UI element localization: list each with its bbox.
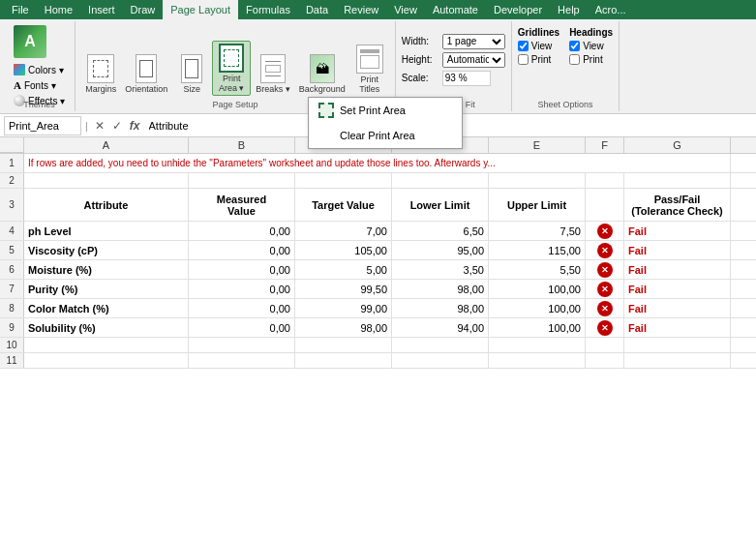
cell-e8[interactable]: 100,00 <box>489 299 586 317</box>
tab-insert[interactable]: Insert <box>80 0 123 19</box>
cell-f11[interactable] <box>586 353 624 368</box>
gridlines-view-check[interactable]: View <box>518 41 559 51</box>
cell-a5[interactable]: Viscosity (cP) <box>24 241 189 259</box>
gridlines-print-check[interactable]: Print <box>518 54 559 65</box>
cell-f10[interactable] <box>586 338 624 352</box>
cell-g10[interactable] <box>624 338 731 352</box>
cell-f4[interactable]: ✕ <box>586 222 624 240</box>
cell-a9[interactable]: Solubility (%) <box>24 318 189 337</box>
tab-acrobat[interactable]: Acro... <box>588 0 634 19</box>
print-titles-button[interactable]: PrintTitles <box>350 43 389 96</box>
scale-input[interactable] <box>442 71 491 86</box>
tab-formulas[interactable]: Formulas <box>238 0 298 19</box>
orientation-button[interactable]: Orientation <box>121 52 171 96</box>
cell-d4[interactable]: 6,50 <box>392 222 489 240</box>
print-area-button[interactable]: PrintArea ▾ <box>212 41 251 96</box>
cell-a2[interactable] <box>24 173 189 188</box>
col-header-g[interactable]: G <box>624 137 731 153</box>
tab-file[interactable]: File <box>4 0 37 19</box>
cell-d6[interactable]: 3,50 <box>392 260 489 279</box>
cell-d7[interactable]: 98,00 <box>392 280 489 298</box>
cell-c3[interactable]: Target Value <box>295 189 392 221</box>
cell-e6[interactable]: 5,50 <box>489 260 586 279</box>
height-select[interactable]: Automatic <box>442 52 505 68</box>
tab-review[interactable]: Review <box>336 0 386 19</box>
tab-automate[interactable]: Automate <box>425 0 486 19</box>
cell-e9[interactable]: 100,00 <box>489 318 586 337</box>
cell-f9[interactable]: ✕ <box>586 318 624 337</box>
cell-f7[interactable]: ✕ <box>586 280 624 298</box>
set-print-area-item[interactable]: Set Print Area <box>309 98 462 123</box>
cell-a1[interactable]: If rows are added, you need to unhide th… <box>24 154 731 172</box>
cell-f6[interactable]: ✕ <box>586 260 624 279</box>
cell-b9[interactable]: 0,00 <box>189 318 295 337</box>
col-header-b[interactable]: B <box>189 137 295 153</box>
cell-c11[interactable] <box>295 353 392 368</box>
cell-c9[interactable]: 98,00 <box>295 318 392 337</box>
size-button[interactable]: Size <box>172 52 211 96</box>
cell-e5[interactable]: 115,00 <box>489 241 586 259</box>
cell-e11[interactable] <box>489 353 586 368</box>
cell-g5[interactable]: Fail <box>624 241 731 259</box>
breaks-button[interactable]: Breaks ▾ <box>252 52 294 96</box>
tab-help[interactable]: Help <box>550 0 588 19</box>
colors-button[interactable]: Colors ▾ <box>10 63 68 76</box>
cell-b6[interactable]: 0,00 <box>189 260 295 279</box>
cell-g11[interactable] <box>624 353 731 368</box>
margins-button[interactable]: Margins <box>81 52 120 96</box>
cell-f5[interactable]: ✕ <box>586 241 624 259</box>
col-header-e[interactable]: E <box>489 137 586 153</box>
width-select[interactable]: 1 page <box>442 34 505 49</box>
cell-b3[interactable]: MeasuredValue <box>189 189 295 221</box>
cell-e2[interactable] <box>489 173 586 188</box>
headings-view-check[interactable]: View <box>569 41 613 51</box>
cell-d11[interactable] <box>392 353 489 368</box>
cell-a10[interactable] <box>24 338 189 352</box>
cell-g8[interactable]: Fail <box>624 299 731 317</box>
cell-c8[interactable]: 99,00 <box>295 299 392 317</box>
clear-print-area-item[interactable]: Clear Print Area <box>309 123 462 148</box>
cell-b7[interactable]: 0,00 <box>189 280 295 298</box>
cell-d8[interactable]: 98,00 <box>392 299 489 317</box>
cell-b10[interactable] <box>189 338 295 352</box>
cell-d3[interactable]: Lower Limit <box>392 189 489 221</box>
tab-page-layout[interactable]: Page Layout <box>163 0 238 19</box>
cell-f2[interactable] <box>586 173 624 188</box>
fonts-button[interactable]: A Fonts ▾ <box>10 78 60 92</box>
function-icon[interactable]: fx <box>127 118 143 134</box>
cell-e7[interactable]: 100,00 <box>489 280 586 298</box>
cell-g7[interactable]: Fail <box>624 280 731 298</box>
cell-c2[interactable] <box>295 173 392 188</box>
cell-g6[interactable]: Fail <box>624 260 731 279</box>
cell-a7[interactable]: Purity (%) <box>24 280 189 298</box>
cell-a11[interactable] <box>24 353 189 368</box>
col-header-f[interactable]: F <box>586 137 624 153</box>
cell-e3[interactable]: Upper Limit <box>489 189 586 221</box>
headings-print-check[interactable]: Print <box>569 54 613 65</box>
tab-view[interactable]: View <box>386 0 425 19</box>
tab-developer[interactable]: Developer <box>486 0 550 19</box>
cell-e4[interactable]: 7,50 <box>489 222 586 240</box>
cell-b8[interactable]: 0,00 <box>189 299 295 317</box>
cell-c5[interactable]: 105,00 <box>295 241 392 259</box>
cell-g3[interactable]: Pass/Fail(Tolerance Check) <box>624 189 731 221</box>
confirm-icon[interactable]: ✓ <box>109 118 125 134</box>
cell-e10[interactable] <box>489 338 586 352</box>
tab-home[interactable]: Home <box>37 0 80 19</box>
cell-b5[interactable]: 0,00 <box>189 241 295 259</box>
cell-d9[interactable]: 94,00 <box>392 318 489 337</box>
tab-data[interactable]: Data <box>298 0 336 19</box>
cell-a4[interactable]: ph Level <box>24 222 189 240</box>
cell-c4[interactable]: 7,00 <box>295 222 392 240</box>
cell-c7[interactable]: 99,50 <box>295 280 392 298</box>
tab-draw[interactable]: Draw <box>123 0 164 19</box>
cell-f8[interactable]: ✕ <box>586 299 624 317</box>
cell-c10[interactable] <box>295 338 392 352</box>
cell-a3[interactable]: Attribute <box>24 189 189 221</box>
cell-d10[interactable] <box>392 338 489 352</box>
cell-g9[interactable]: Fail <box>624 318 731 337</box>
background-button[interactable]: 🏔 Background <box>295 52 349 96</box>
cell-b4[interactable]: 0,00 <box>189 222 295 240</box>
col-header-a[interactable]: A <box>24 137 189 153</box>
cell-d5[interactable]: 95,00 <box>392 241 489 259</box>
